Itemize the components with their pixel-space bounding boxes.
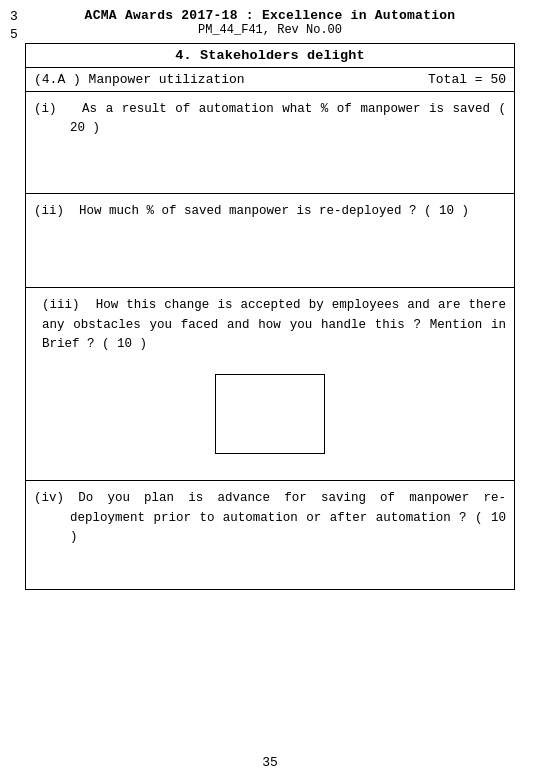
question-block-iv: (iv) Do you plan is advance for saving o…: [26, 481, 514, 589]
answer-box: [215, 374, 325, 454]
question-block-iii: (iii) How this change is accepted by emp…: [26, 288, 514, 481]
q2-label: (ii): [34, 204, 79, 218]
section-heading: 4. Stakeholders delight: [26, 44, 514, 68]
main-box: 4. Stakeholders delight (4.A ) Manpower …: [25, 43, 515, 590]
q4-text: Do you plan is advance for saving of man…: [70, 491, 506, 544]
corner-numbers: 3 5: [10, 8, 18, 44]
header-title: ACMA Awards 2017-18 : Excellence in Auto…: [0, 8, 540, 23]
page-container: 3 5 ACMA Awards 2017-18 : Excellence in …: [0, 0, 540, 780]
subheading-right: Total = 50: [428, 72, 506, 87]
q4-label: (iv): [34, 491, 78, 505]
subheading-left: (4.A ) Manpower utilization: [34, 72, 245, 87]
answer-box-area: [34, 354, 506, 474]
question-block-ii: (ii) How much % of saved manpower is re-…: [26, 194, 514, 288]
q2-text: How much % of saved manpower is re-deplo…: [79, 204, 469, 218]
q3-text: How this change is accepted by employees…: [42, 298, 506, 351]
header-area: ACMA Awards 2017-18 : Excellence in Auto…: [0, 0, 540, 39]
question-text-iv: (iv) Do you plan is advance for saving o…: [34, 489, 506, 547]
q3-label: (iii): [42, 298, 96, 312]
header-subtitle: PM_44_F41, Rev No.00: [0, 23, 540, 37]
section-subheading: (4.A ) Manpower utilization Total = 50: [26, 68, 514, 92]
question-text-ii: (ii) How much % of saved manpower is re-…: [34, 202, 506, 221]
q1-label: (i): [34, 102, 82, 116]
question-text-iii: (iii) How this change is accepted by emp…: [34, 296, 506, 354]
q1-text: As a result of automation what % of manp…: [70, 102, 506, 135]
page-number: 35: [262, 755, 278, 770]
question-text-i: (i) As a result of automation what % of …: [34, 100, 506, 139]
question-block-i: (i) As a result of automation what % of …: [26, 92, 514, 194]
